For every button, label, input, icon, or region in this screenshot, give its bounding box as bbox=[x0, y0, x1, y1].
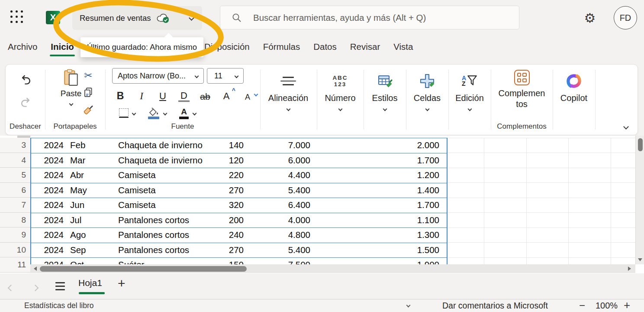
cell-product[interactable]: Chaqueta de invierno bbox=[117, 138, 221, 153]
strikethrough-button[interactable]: ab bbox=[200, 91, 211, 102]
row-header[interactable]: 3 bbox=[0, 138, 30, 153]
cell-year[interactable]: 2024 bbox=[30, 228, 67, 243]
italic-button[interactable]: I bbox=[136, 91, 147, 102]
all-sheets-menu-icon[interactable] bbox=[55, 282, 65, 290]
row-header[interactable]: 7 bbox=[0, 198, 30, 213]
cell-v2[interactable]: 1.300 bbox=[315, 228, 447, 243]
cell-month[interactable]: Ago bbox=[67, 228, 117, 243]
cell-month[interactable]: Abr bbox=[67, 168, 117, 183]
cell-v1[interactable]: 6.000 bbox=[248, 153, 315, 168]
shrink-font-button[interactable]: A bbox=[242, 93, 253, 102]
cell-year[interactable]: 2024 bbox=[30, 243, 67, 258]
editing-group-button[interactable]: A Z Edición bbox=[446, 71, 493, 110]
next-sheet-chevron-icon[interactable] bbox=[33, 284, 38, 292]
cell-product[interactable]: Camiseta bbox=[117, 168, 221, 183]
alignment-group-button[interactable]: Alineación bbox=[264, 71, 312, 110]
cell-month[interactable]: Jul bbox=[67, 213, 117, 228]
copy-button[interactable] bbox=[83, 87, 94, 98]
row-header[interactable]: 4 bbox=[0, 153, 30, 168]
copilot-button[interactable]: Copilot bbox=[550, 71, 598, 103]
cell-v2[interactable]: 1.100 bbox=[315, 213, 447, 228]
bold-button[interactable]: B bbox=[115, 90, 126, 102]
cell-year[interactable]: 2024 bbox=[30, 153, 67, 168]
cell-product[interactable]: Pantalones cortos bbox=[117, 213, 221, 228]
cell-v2[interactable]: 1.700 bbox=[315, 153, 447, 168]
cell-v2[interactable]: 1.700 bbox=[315, 198, 447, 213]
horizontal-scrollbar[interactable] bbox=[30, 264, 635, 273]
double-underline-button[interactable]: D bbox=[178, 91, 190, 102]
cell-year[interactable]: 2024 bbox=[30, 183, 67, 198]
cell-qty[interactable]: 320 bbox=[221, 198, 248, 213]
scroll-down-arrow-icon[interactable] bbox=[638, 258, 642, 261]
feedback-link[interactable]: Dar comentarios a Microsoft bbox=[442, 299, 548, 312]
cell-v1[interactable]: 5.400 bbox=[248, 243, 315, 258]
cell-v2[interactable]: 1.200 bbox=[315, 168, 447, 183]
redo-button[interactable] bbox=[20, 97, 32, 110]
fill-color-chevron-icon[interactable] bbox=[163, 111, 167, 115]
styles-group-button[interactable]: Estilos bbox=[361, 71, 409, 110]
settings-gear-icon[interactable]: ⚙ bbox=[581, 9, 599, 27]
zoom-level[interactable]: 100% bbox=[596, 299, 618, 312]
format-painter-button[interactable] bbox=[83, 104, 94, 115]
cell-year[interactable]: 2024 bbox=[30, 213, 67, 228]
cell-v1[interactable]: 6.400 bbox=[248, 198, 315, 213]
previous-sheet-chevron-icon[interactable] bbox=[9, 284, 13, 292]
cell-qty[interactable]: 120 bbox=[221, 153, 248, 168]
scroll-right-arrow-icon[interactable] bbox=[628, 266, 631, 271]
workbook-statistics-label[interactable]: Estadísticas del libro bbox=[24, 299, 94, 312]
undo-button[interactable] bbox=[20, 74, 32, 88]
row-header[interactable]: 5 bbox=[0, 168, 30, 183]
zoom-in-button[interactable]: + bbox=[624, 299, 630, 311]
cell-v2[interactable]: 1.400 bbox=[315, 183, 447, 198]
cell-product[interactable]: Camiseta bbox=[117, 183, 221, 198]
cell-qty[interactable]: 270 bbox=[221, 243, 248, 258]
empty-cells-area[interactable] bbox=[448, 138, 635, 265]
tab-inicio[interactable]: Inicio bbox=[50, 40, 75, 56]
number-group-button[interactable]: ABC123 Número bbox=[316, 71, 364, 110]
row-header[interactable]: 11 bbox=[0, 257, 30, 273]
add-sheet-button[interactable]: + bbox=[118, 276, 126, 291]
zoom-out-button[interactable]: − bbox=[579, 299, 585, 311]
tab-vista[interactable]: Vista bbox=[393, 40, 414, 56]
cell-month[interactable]: Sep bbox=[67, 243, 117, 258]
borders-button[interactable] bbox=[119, 108, 129, 118]
app-launcher-icon[interactable] bbox=[10, 10, 25, 25]
cell-product[interactable]: Camiseta bbox=[117, 198, 221, 213]
cut-button[interactable]: ✂ bbox=[84, 70, 92, 81]
tab-fórmulas[interactable]: Fórmulas bbox=[262, 40, 301, 56]
tab-datos[interactable]: Datos bbox=[312, 40, 338, 56]
cell-qty[interactable]: 140 bbox=[221, 138, 248, 153]
tab-disposición[interactable]: Disposición bbox=[203, 40, 251, 56]
font-name-select[interactable]: Aptos Narrow (Bo... bbox=[112, 68, 204, 84]
cell-v1[interactable]: 7.000 bbox=[248, 138, 315, 153]
fill-color-button[interactable] bbox=[148, 107, 160, 119]
ribbon-collapse-chevron-icon[interactable] bbox=[623, 124, 629, 130]
avatar[interactable]: FD bbox=[614, 6, 637, 29]
borders-chevron-icon[interactable] bbox=[132, 111, 136, 115]
cell-product[interactable]: Pantalones cortos bbox=[117, 228, 221, 243]
font-color-button[interactable]: A bbox=[179, 107, 189, 119]
font-color-chevron-icon[interactable] bbox=[193, 111, 197, 115]
row-header[interactable]: 6 bbox=[0, 183, 30, 198]
status-bar-chevron-icon[interactable] bbox=[406, 303, 411, 308]
excel-logo-icon[interactable]: X bbox=[46, 11, 60, 24]
scroll-left-arrow-icon[interactable] bbox=[34, 266, 37, 271]
cell-month[interactable]: Jun bbox=[67, 198, 117, 213]
cell-qty[interactable]: 200 bbox=[221, 213, 248, 228]
grow-font-button[interactable]: A ^ bbox=[221, 91, 232, 102]
underline-button[interactable]: U bbox=[157, 91, 168, 102]
cell-year[interactable]: 2024 bbox=[30, 138, 67, 153]
cell-year[interactable]: 2024 bbox=[30, 198, 67, 213]
font-size-select[interactable]: 11 bbox=[207, 68, 244, 84]
cell-year[interactable]: 2024 bbox=[30, 168, 67, 183]
addins-button[interactable]: Complemen tos bbox=[491, 70, 553, 110]
cell-qty[interactable]: 240 bbox=[221, 228, 248, 243]
cell-v1[interactable]: 4.800 bbox=[248, 228, 315, 243]
tab-revisar[interactable]: Revisar bbox=[349, 40, 381, 56]
cell-v2[interactable]: 1.500 bbox=[315, 243, 447, 258]
vertical-scrollbar-thumb[interactable] bbox=[638, 138, 643, 151]
cell-v2[interactable]: 2.000 bbox=[315, 138, 447, 153]
row-header[interactable]: 9 bbox=[0, 228, 30, 243]
cell-qty[interactable]: 220 bbox=[221, 168, 248, 183]
cell-product[interactable]: Pantalones cortos bbox=[117, 243, 221, 258]
